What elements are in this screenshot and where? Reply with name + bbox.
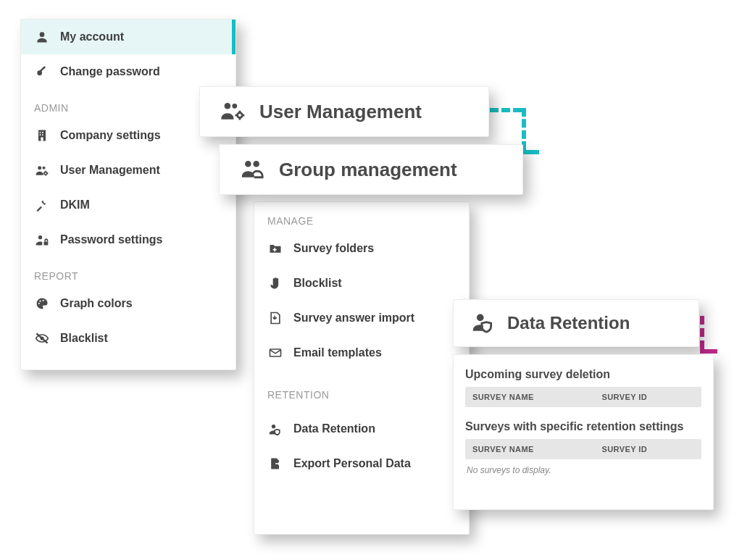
- svg-point-0: [40, 32, 45, 37]
- sidebar-item-email-templates[interactable]: Email templates: [254, 335, 469, 370]
- sidebar-item-label: Change password: [60, 65, 160, 78]
- folder-plus-icon: [267, 241, 283, 256]
- svg-rect-25: [273, 249, 277, 251]
- envelope-icon: [267, 345, 283, 361]
- import-icon: [267, 310, 283, 326]
- svg-rect-5: [40, 132, 41, 133]
- svg-point-20: [39, 301, 41, 302]
- retention-heading-upcoming: Upcoming survey deletion: [465, 368, 701, 381]
- retention-detail-panel: Upcoming survey deletion SURVEY NAME SUR…: [453, 354, 714, 510]
- svg-point-27: [272, 425, 275, 428]
- svg-point-36: [253, 161, 259, 167]
- retention-heading-specific: Surveys with specific retention settings: [465, 420, 701, 433]
- sidebar-item-label: Password settings: [60, 233, 162, 246]
- sidebar-item-label: Email templates: [293, 346, 382, 359]
- users-group-icon: [240, 156, 264, 183]
- col-survey-name: SURVEY NAME: [472, 393, 602, 401]
- svg-point-29: [232, 104, 237, 109]
- svg-rect-8: [42, 134, 43, 135]
- tools-icon: [34, 197, 50, 213]
- sidebar-item-label: Blocklist: [293, 277, 342, 290]
- svg-rect-6: [42, 132, 43, 133]
- sidebar-item-user-management[interactable]: User Management: [21, 153, 235, 188]
- sidebar-item-label: Survey folders: [293, 242, 374, 255]
- svg-rect-18: [44, 242, 49, 246]
- user-shield-icon: [471, 309, 496, 337]
- sidebar-item-label: User Management: [60, 164, 160, 177]
- sidebar-item-label: Data Retention: [293, 422, 375, 435]
- svg-point-28: [225, 103, 231, 109]
- card-data-retention: Data Retention: [453, 299, 699, 347]
- retention-table-header-2: SURVEY NAME SURVEY ID: [465, 439, 701, 459]
- svg-point-37: [477, 314, 484, 322]
- sidebar-item-data-retention[interactable]: Data Retention: [254, 405, 469, 446]
- settings-menu-left: My account Change password ADMIN Company…: [20, 19, 236, 370]
- key-icon: [34, 64, 50, 80]
- file-export-icon: [267, 456, 283, 472]
- sidebar-item-blocklist[interactable]: Blocklist: [254, 266, 469, 301]
- eye-slash-icon: [34, 330, 50, 346]
- connector-pink-card-h: [700, 349, 717, 354]
- svg-point-10: [38, 166, 41, 170]
- card-user-management: User Management: [199, 86, 489, 137]
- svg-rect-7: [40, 134, 41, 135]
- sidebar-item-my-account[interactable]: My account: [21, 20, 235, 54]
- svg-point-21: [43, 300, 44, 301]
- section-retention: RETENTION: [254, 370, 469, 405]
- section-manage: MANAGE: [254, 202, 469, 231]
- svg-point-12: [44, 172, 47, 175]
- sidebar-item-label: Survey answer import: [293, 312, 414, 325]
- users-gear-icon: [220, 98, 245, 125]
- card-group-management: Group management: [219, 144, 523, 195]
- sidebar-item-dkim[interactable]: DKIM: [21, 188, 235, 222]
- card-title: Data Retention: [507, 313, 630, 333]
- svg-rect-9: [41, 138, 43, 141]
- card-title: Group management: [279, 159, 457, 181]
- sidebar-item-graph-colors[interactable]: Graph colors: [21, 286, 235, 321]
- users-gear-icon: [34, 162, 50, 178]
- sidebar-item-label: Company settings: [60, 129, 161, 142]
- sidebar-item-label: Blacklist: [60, 332, 108, 345]
- col-survey-name: SURVEY NAME: [472, 445, 602, 454]
- account-icon: [34, 29, 50, 45]
- user-shield-icon: [267, 421, 283, 437]
- retention-table-header: SURVEY NAME SURVEY ID: [465, 387, 701, 407]
- col-survey-id: SURVEY ID: [602, 445, 695, 454]
- svg-point-11: [43, 167, 46, 170]
- sidebar-item-label: My account: [60, 30, 124, 43]
- user-lock-icon: [34, 232, 50, 248]
- sidebar-item-label: Graph colors: [60, 297, 133, 310]
- palette-icon: [34, 296, 50, 312]
- sidebar-item-survey-folders[interactable]: Survey folders: [254, 231, 469, 266]
- svg-point-35: [245, 161, 251, 167]
- svg-point-30: [238, 113, 243, 118]
- sidebar-item-blacklist[interactable]: Blacklist: [21, 321, 235, 356]
- building-icon: [34, 128, 50, 143]
- sidebar-item-label: DKIM: [60, 198, 90, 212]
- col-survey-id: SURVEY ID: [602, 393, 695, 401]
- sidebar-item-label: Export Personal Data: [293, 457, 411, 470]
- sidebar-item-password-settings[interactable]: Password settings: [21, 222, 235, 257]
- sidebar-item-survey-answer-import[interactable]: Survey answer import: [254, 301, 469, 335]
- card-title: User Management: [259, 101, 422, 123]
- connector-teal-top-h1: [490, 108, 522, 112]
- hand-icon: [267, 275, 283, 291]
- sidebar-item-change-password[interactable]: Change password: [21, 54, 235, 89]
- connector-teal-top-h2: [522, 150, 539, 154]
- connector-pink-card-v: [700, 316, 704, 349]
- settings-menu-right: MANAGE Survey folders Blocklist Survey a…: [254, 201, 470, 535]
- section-report: REPORT: [21, 257, 235, 286]
- svg-point-19: [38, 303, 40, 304]
- retention-empty-message: No surveys to display.: [465, 459, 701, 478]
- sidebar-item-export-personal-data[interactable]: Export Personal Data: [254, 446, 469, 481]
- svg-point-17: [38, 235, 42, 239]
